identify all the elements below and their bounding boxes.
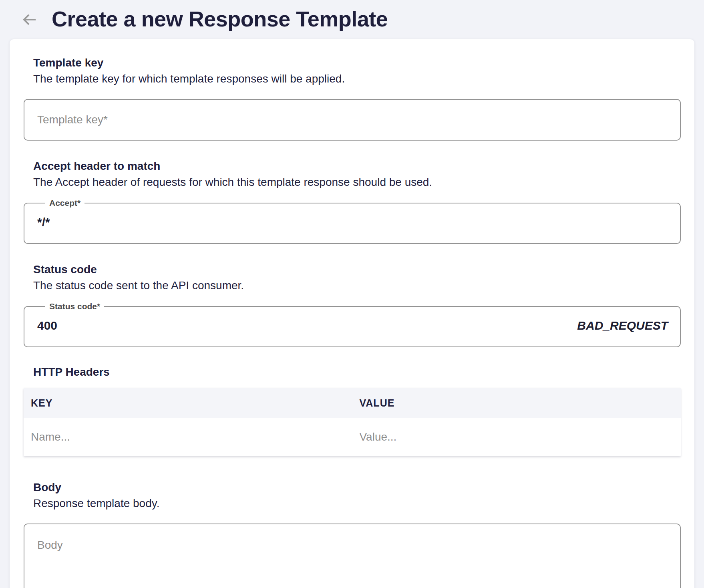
template-key-description: The template key for which template resp… — [33, 72, 681, 86]
accept-header-label: Accept header to match — [33, 159, 681, 173]
back-button[interactable] — [23, 14, 36, 26]
column-header-value: VALUE — [352, 397, 681, 409]
http-headers-table-head: KEY VALUE — [24, 388, 681, 418]
page-title: Create a new Response Template — [52, 8, 388, 31]
body-textarea[interactable] — [24, 524, 681, 588]
status-code-label: Status code — [33, 262, 681, 277]
status-code-field-label: Status code* — [45, 301, 104, 312]
header-name-input[interactable] — [24, 418, 352, 456]
accept-field-label: Accept* — [45, 197, 84, 209]
accept-input[interactable] — [37, 215, 668, 230]
template-key-input[interactable] — [24, 99, 681, 141]
accept-field: Accept* — [24, 197, 681, 244]
http-headers-label: HTTP Headers — [33, 365, 681, 379]
body-description: Response template body. — [33, 496, 681, 511]
form-card: Template key The template key for which … — [10, 39, 694, 588]
body-label: Body — [33, 480, 681, 495]
arrow-left-icon — [23, 14, 36, 26]
status-name-hint: BAD_REQUEST — [577, 318, 668, 333]
status-code-description: The status code sent to the API consumer… — [33, 278, 681, 293]
header-value-input[interactable] — [352, 418, 681, 456]
status-code-input[interactable] — [37, 318, 577, 333]
http-header-row — [24, 418, 681, 456]
template-key-label: Template key — [33, 56, 681, 70]
column-header-key: KEY — [24, 397, 352, 409]
page-header: Create a new Response Template — [0, 0, 704, 39]
status-code-field: Status code* BAD_REQUEST — [24, 301, 681, 347]
http-headers-table: KEY VALUE — [24, 388, 681, 456]
accept-header-description: The Accept header of requests for which … — [33, 175, 681, 189]
